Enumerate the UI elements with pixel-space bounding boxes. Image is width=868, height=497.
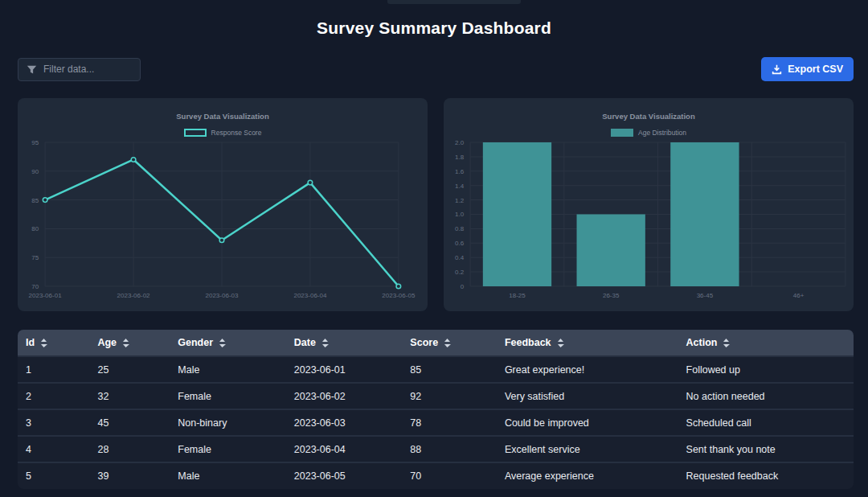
svg-text:1.4: 1.4 [455,183,465,190]
table-cell: Requested feedback [678,462,854,489]
legend-line-swatch [184,129,207,137]
sort-icon [219,339,226,347]
export-csv-button[interactable]: Export CSV [761,57,854,81]
sort-icon [321,339,329,347]
table-cell: Followed up [678,356,854,383]
bar-chart-title: Survey Data Visualization [444,98,854,121]
table-cell: Sent thank you note [678,436,854,462]
svg-text:95: 95 [31,141,39,146]
column-header-age[interactable]: Age [89,330,170,356]
table-cell: Very satisfied [497,383,678,409]
column-header-feedback[interactable]: Feedback [497,330,678,356]
svg-text:2023-06-02: 2023-06-02 [117,292,151,299]
svg-text:0.2: 0.2 [455,269,465,276]
table-cell: 2 [18,383,89,409]
table-row: 428Female2023-06-0488Excellent serviceSe… [18,436,854,462]
table-cell: Could be improved [497,409,678,436]
table-cell: Excellent service [497,436,678,462]
column-label: Score [410,337,438,348]
table-cell: 2023-06-01 [286,356,403,383]
table-row: 232Female2023-06-0292Very satisfiedNo ac… [18,383,854,409]
column-label: Date [294,337,316,348]
table-cell: 28 [89,436,170,462]
svg-text:75: 75 [31,254,39,261]
svg-text:0.4: 0.4 [455,254,465,261]
table-row: 539Male2023-06-0570Average experienceReq… [18,462,854,489]
download-icon [772,64,782,75]
svg-text:1.8: 1.8 [455,154,465,161]
toolbar: Export CSV [18,57,854,81]
table-cell: 25 [89,356,170,383]
bar-chart-card: Survey Data Visualization Age Distributi… [444,98,854,311]
table-header-row: IdAgeGenderDateScoreFeedbackAction [18,330,854,356]
column-label: Feedback [505,337,551,348]
sort-icon [444,339,451,347]
table-cell: 85 [402,356,497,383]
table-cell: 78 [402,409,497,436]
bar-chart: 00.20.40.60.81.01.21.41.61.82.018-2526-3… [444,141,854,310]
svg-text:0.8: 0.8 [455,225,465,232]
svg-text:1.6: 1.6 [455,168,465,175]
svg-text:85: 85 [31,197,39,204]
svg-text:0: 0 [461,283,465,290]
page-title: Survey Summary Dashboard [0,0,868,38]
table-cell: No action needed [678,383,854,409]
line-chart: 7075808590952023-06-012023-06-022023-06-… [18,141,428,310]
sort-icon [122,339,129,347]
table-cell: 45 [89,409,170,436]
sort-icon [723,339,730,347]
column-header-gender[interactable]: Gender [170,330,286,356]
table-cell: 3 [18,409,89,436]
bar-chart-legend[interactable]: Age Distribution [444,128,854,138]
svg-text:0.6: 0.6 [455,240,465,247]
column-header-id[interactable]: Id [18,330,89,356]
table-cell: Non-binary [170,409,286,436]
svg-text:46+: 46+ [793,292,805,299]
table-cell: Average experience [497,462,678,489]
column-header-date[interactable]: Date [286,330,403,356]
legend-line-label: Response Score [211,129,262,137]
svg-text:2023-06-01: 2023-06-01 [29,292,63,299]
svg-text:80: 80 [31,225,39,232]
filter-box[interactable] [18,58,141,81]
svg-text:1.2: 1.2 [455,197,465,204]
column-label: Action [686,337,718,348]
table-cell: 5 [18,462,89,489]
survey-table: IdAgeGenderDateScoreFeedbackAction 125Ma… [18,330,854,489]
table-cell: Scheduled call [678,409,854,436]
filter-input[interactable] [43,64,132,75]
table-cell: 2023-06-04 [286,436,403,462]
sort-icon [557,339,564,347]
svg-text:70: 70 [31,283,39,290]
sort-icon [40,339,47,347]
table-cell: 88 [402,436,497,462]
table-cell: 39 [89,462,170,489]
table-cell: 2023-06-03 [286,409,403,436]
table-cell: 2023-06-02 [286,383,403,409]
svg-text:2023-06-03: 2023-06-03 [205,292,239,299]
column-label: Id [26,337,35,348]
svg-text:36-45: 36-45 [697,292,714,299]
table-row: 125Male2023-06-0185Great experience!Foll… [18,356,854,383]
table-cell: Female [170,436,286,462]
table-cell: Female [170,383,286,409]
table-cell: 2023-06-05 [286,462,403,489]
column-header-score[interactable]: Score [402,330,497,356]
filter-funnel-icon [27,64,37,75]
table-cell: 92 [402,383,497,409]
svg-text:2023-06-05: 2023-06-05 [382,292,416,299]
column-label: Gender [178,337,213,348]
line-chart-title: Survey Data Visualization [18,98,428,121]
svg-text:26-35: 26-35 [603,292,620,299]
top-notch [387,0,521,4]
svg-text:90: 90 [31,168,39,175]
table-cell: 70 [402,462,497,489]
table-cell: 4 [18,436,89,462]
line-chart-legend[interactable]: Response Score [18,128,428,138]
line-chart-card: Survey Data Visualization Response Score… [18,98,428,311]
table-cell: Great experience! [497,356,678,383]
column-label: Age [97,337,117,348]
legend-bar-swatch [611,129,633,137]
table-cell: 32 [89,383,170,409]
column-header-action[interactable]: Action [678,330,854,356]
